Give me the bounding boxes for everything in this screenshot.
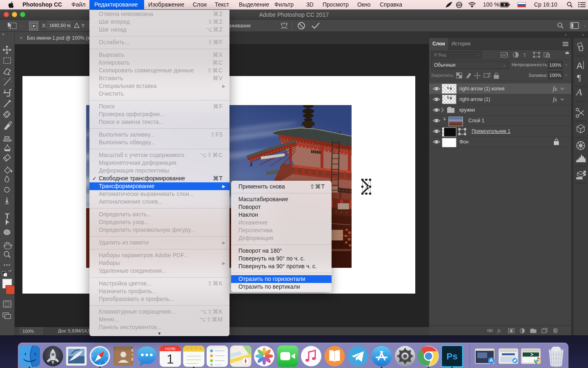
svg-text:fx: fx — [553, 96, 557, 103]
svg-text:Ps: Ps — [447, 351, 458, 361]
svg-text:1: 1 — [167, 352, 174, 366]
svg-text:¶: ¶ — [577, 72, 581, 83]
svg-text:fx: fx — [553, 86, 557, 92]
svg-text:fx: fx — [497, 328, 501, 334]
svg-text:T: T — [523, 52, 526, 58]
svg-text:A: A — [577, 61, 583, 71]
svg-text:НОЯБ: НОЯБ — [165, 347, 176, 351]
svg-text:A: A — [575, 87, 582, 97]
